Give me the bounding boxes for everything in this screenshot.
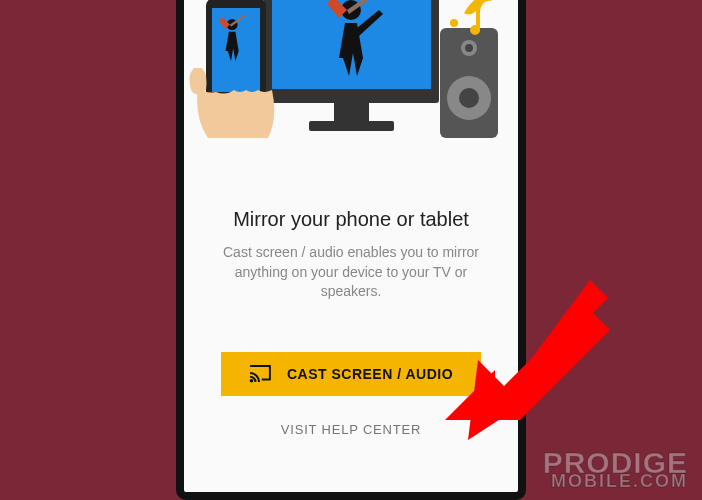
svg-rect-3 (309, 121, 394, 131)
phone-screen: Mirror your phone or tablet Cast screen … (184, 0, 518, 492)
svg-point-14 (250, 379, 254, 383)
cast-button-label: CAST SCREEN / AUDIO (287, 366, 453, 382)
illustration-cast-devices (184, 0, 518, 198)
page-title: Mirror your phone or tablet (233, 208, 469, 231)
cast-icon (249, 365, 271, 383)
svg-point-7 (459, 88, 479, 108)
watermark-line1: PRODIGE (543, 452, 688, 475)
svg-rect-2 (334, 103, 369, 121)
phone-frame: Mirror your phone or tablet Cast screen … (176, 0, 526, 500)
svg-point-10 (450, 19, 458, 27)
watermark: PRODIGE MOBILE.COM (543, 452, 688, 488)
svg-point-9 (465, 44, 473, 52)
visit-help-center-link[interactable]: VISIT HELP CENTER (281, 422, 421, 437)
cast-screen-audio-button[interactable]: CAST SCREEN / AUDIO (221, 352, 481, 396)
page-subtitle: Cast screen / audio enables you to mirro… (184, 243, 518, 302)
watermark-line2: MOBILE.COM (543, 475, 688, 489)
